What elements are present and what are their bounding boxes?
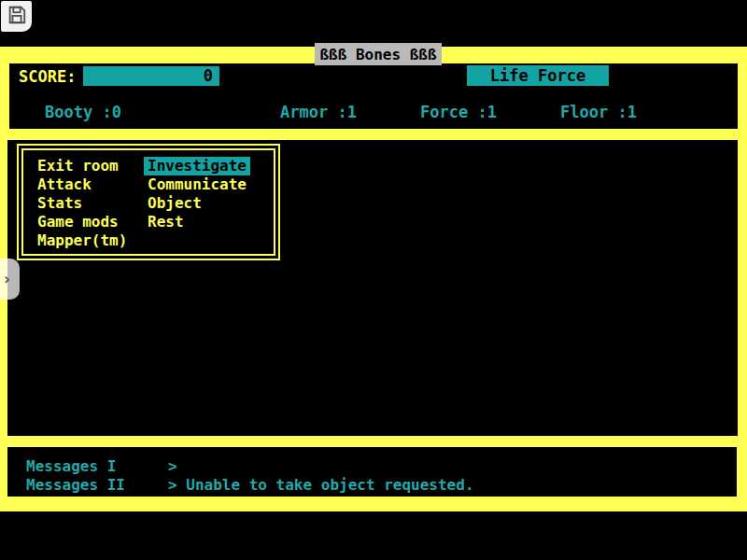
save-button[interactable] <box>1 1 32 32</box>
messages-panel: Messages I > Messages II > Unable to tak… <box>7 447 737 497</box>
menu-item-object[interactable]: Object <box>148 194 250 213</box>
message-1-label: Messages I <box>26 457 116 475</box>
command-menu: Exit room Attack Stats Game mods Mapper(… <box>17 144 280 260</box>
menu-column-left: Exit room Attack Stats Game mods Mapper(… <box>37 157 127 250</box>
command-menu-inner: Exit room Attack Stats Game mods Mapper(… <box>21 148 275 256</box>
menu-item-game-mods[interactable]: Game mods <box>37 213 127 231</box>
stat-force: Force :1 <box>420 103 497 121</box>
message-1-text: > <box>168 457 177 475</box>
menu-item-mapper[interactable]: Mapper(tm) <box>37 231 127 250</box>
message-2-label: Messages II <box>26 476 125 494</box>
chevron-right-icon: › <box>4 272 10 287</box>
message-line-2: Messages II > Unable to take object requ… <box>7 476 44 547</box>
drawer-handle[interactable]: › <box>0 259 20 300</box>
menu-item-communicate[interactable]: Communicate <box>148 175 250 194</box>
status-panel: SCORE: 0 Life Force :100 Booty :0 Armor … <box>9 63 738 129</box>
game-title: ßßß Bones ßßß <box>315 43 442 65</box>
floppy-disk-icon <box>7 5 27 29</box>
score-bar: 0 <box>83 66 219 86</box>
life-force-badge: Life Force :100 <box>467 65 609 86</box>
menu-item-stats[interactable]: Stats <box>37 194 127 213</box>
menu-item-rest[interactable]: Rest <box>148 213 250 231</box>
menu-item-attack[interactable]: Attack <box>37 175 127 194</box>
menu-item-exit-room[interactable]: Exit room <box>37 157 127 175</box>
stat-armor: Armor :1 <box>280 103 357 121</box>
menu-item-investigate[interactable]: Investigate <box>144 157 250 175</box>
message-2-text: > Unable to take object requested. <box>168 476 474 494</box>
play-area: Exit room Attack Stats Game mods Mapper(… <box>7 140 738 436</box>
stat-booty: Booty :0 <box>45 103 121 121</box>
menu-column-right: Investigate Communicate Object Rest <box>148 157 250 231</box>
stat-floor: Floor :1 <box>560 103 637 121</box>
score-label: SCORE: <box>19 67 76 86</box>
